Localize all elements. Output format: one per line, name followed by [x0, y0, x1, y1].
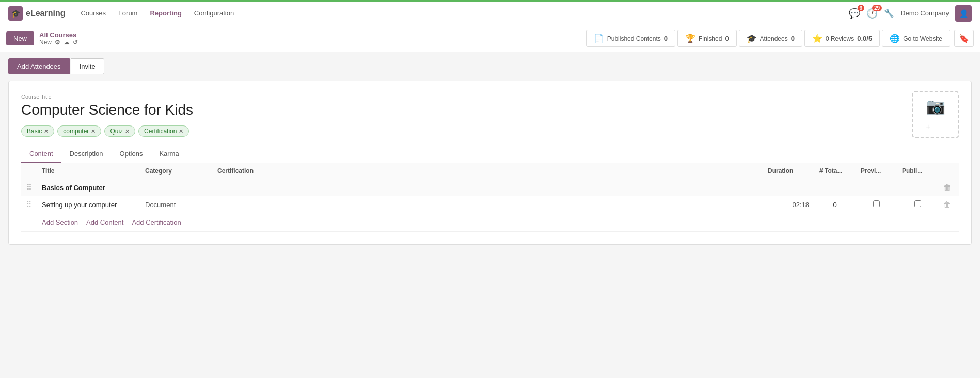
add-attendees-button[interactable]: Add Attendees [8, 58, 70, 74]
add-links-row: Add Section Add Content Add Certificatio… [21, 213, 959, 232]
attendees-value: 0 [791, 35, 795, 42]
tag-computer-remove[interactable]: ✕ [91, 128, 96, 135]
attendees-button[interactable]: 🎓 Attendees 0 [739, 30, 802, 47]
logo-icon: 🎓 [8, 6, 23, 21]
reviews-label: 0 Reviews [826, 35, 854, 42]
reviews-value: 0.0/5 [857, 35, 872, 42]
tab-karma[interactable]: Karma [151, 145, 187, 163]
col-drag-header [21, 163, 37, 179]
add-certification-link[interactable]: Add Certification [132, 218, 181, 226]
tag-quiz-text: Quiz [110, 128, 123, 135]
tab-options[interactable]: Options [112, 145, 151, 163]
add-links-cell: Add Section Add Content Add Certificatio… [37, 213, 959, 232]
goto-website-button[interactable]: 🌐 Go to Website [882, 30, 950, 47]
row-delete-icon: 🗑 [943, 200, 951, 209]
tag-certification-text: Certification [144, 128, 177, 135]
add-section-link[interactable]: Add Section [42, 218, 78, 226]
row-published[interactable] [897, 196, 938, 213]
col-delete-header [938, 163, 959, 179]
table-row: ⠿ Setting up your computer Document 02:1… [21, 196, 959, 213]
add-links: Add Section Add Content Add Certificatio… [42, 218, 954, 226]
star-icon: ⭐ [812, 34, 823, 43]
row-category[interactable]: Document [140, 196, 212, 213]
tag-quiz-remove[interactable]: ✕ [125, 128, 130, 135]
col-category-header: Category [140, 163, 212, 179]
breadcrumb-main[interactable]: All Courses [39, 31, 78, 39]
published-checkbox[interactable] [914, 200, 921, 207]
row-duration: 02:18 [763, 196, 814, 213]
add-content-link[interactable]: Add Content [86, 218, 123, 226]
nav-forum[interactable]: Forum [113, 7, 143, 19]
reviews-button[interactable]: ⭐ 0 Reviews 0.0/5 [804, 30, 880, 47]
globe-icon: 🌐 [890, 34, 900, 43]
section-drag[interactable]: ⠿ [21, 179, 37, 196]
chat-notification[interactable]: 💬 6 [849, 8, 860, 19]
company-name: Demo Company [900, 9, 949, 17]
new-button[interactable]: New [6, 32, 34, 45]
section-delete-icon: 🗑 [943, 183, 951, 192]
tag-certification-remove[interactable]: ✕ [179, 128, 183, 135]
invite-button[interactable]: Invite [71, 58, 104, 74]
course-title-label: Course Title [21, 93, 959, 100]
tag-basic-remove[interactable]: ✕ [44, 128, 49, 135]
tag-basic-text: Basic [27, 128, 42, 135]
table-row-section: ⠿ Basics of Computer 🗑 [21, 179, 959, 196]
preview-checkbox[interactable] [873, 200, 880, 207]
finished-value: 0 [725, 35, 729, 42]
breadcrumb-sub: New ⚙ ☁ ↺ [39, 39, 78, 46]
row-drag[interactable]: ⠿ [21, 196, 37, 213]
row-delete[interactable]: 🗑 [938, 196, 959, 213]
attendees-label: Attendees [760, 35, 788, 42]
gear-icon[interactable]: ⚙ [55, 39, 60, 46]
action-bar: New All Courses New ⚙ ☁ ↺ 📄 Published Co… [0, 25, 980, 52]
tag-computer-text: computer [63, 128, 89, 135]
tag-basic: Basic ✕ [21, 125, 54, 137]
breadcrumb: All Courses New ⚙ ☁ ↺ [39, 31, 78, 46]
nav-courses[interactable]: Courses [75, 7, 110, 19]
row-preview[interactable] [856, 196, 897, 213]
tab-content[interactable]: Content [21, 145, 61, 163]
bookmark-button[interactable]: 🔖 [954, 30, 974, 47]
row-title[interactable]: Setting up your computer [37, 196, 140, 213]
clock-notification[interactable]: 🕐 29 [866, 8, 878, 19]
trophy-icon: 🏆 [685, 34, 696, 43]
tab-description[interactable]: Description [61, 145, 112, 163]
finished-button[interactable]: 🏆 Finished 0 [677, 30, 737, 47]
published-icon: 📄 [594, 34, 604, 43]
course-title[interactable]: Computer Science for Kids [21, 102, 959, 118]
settings-icon[interactable]: 🔧 [884, 8, 894, 18]
published-contents-button[interactable]: 📄 Published Contents 0 [586, 30, 675, 47]
topbar: 🎓 eLearning Courses Forum Reporting Conf… [0, 2, 980, 25]
finished-label: Finished [699, 35, 722, 42]
logo[interactable]: 🎓 eLearning [8, 6, 65, 21]
logo-text: eLearning [26, 9, 65, 18]
upload-icon[interactable]: ☁ [64, 39, 70, 46]
breadcrumb-sub-text: New [39, 39, 52, 46]
tags-area: Basic ✕ computer ✕ Quiz ✕ Certification … [21, 125, 959, 137]
refresh-icon[interactable]: ↺ [73, 39, 78, 46]
course-image-upload[interactable]: 📷+ [912, 91, 959, 138]
goto-website-label: Go to Website [903, 35, 942, 42]
course-card: 📷+ Course Title Computer Science for Kid… [8, 81, 972, 245]
main-area: Add Attendees Invite 📷+ Course Title Com… [0, 52, 980, 251]
tag-certification: Certification ✕ [138, 125, 189, 137]
content-table: Title Category Certification Duration # … [21, 163, 959, 232]
tag-quiz: Quiz ✕ [104, 125, 135, 137]
nav-reporting[interactable]: Reporting [145, 7, 186, 19]
section-title[interactable]: Basics of Computer [37, 179, 938, 196]
course-tabs: Content Description Options Karma [21, 145, 959, 163]
col-title-header: Title [37, 163, 140, 179]
row-certification [212, 196, 763, 213]
col-certification-header: Certification [212, 163, 763, 179]
drag-handle-icon: ⠿ [26, 183, 31, 192]
col-preview-header: Previ... [856, 163, 897, 179]
row-total: 0 [814, 196, 856, 213]
stat-buttons: 📄 Published Contents 0 🏆 Finished 0 🎓 At… [586, 30, 974, 47]
published-value: 0 [664, 35, 668, 42]
tag-computer: computer ✕ [57, 125, 101, 137]
nav-configuration[interactable]: Configuration [189, 7, 239, 19]
drag-handle-icon: ⠿ [26, 200, 31, 209]
section-delete[interactable]: 🗑 [938, 179, 959, 196]
main-nav: Courses Forum Reporting Configuration [75, 7, 849, 19]
user-avatar[interactable]: 👤 [955, 5, 972, 22]
